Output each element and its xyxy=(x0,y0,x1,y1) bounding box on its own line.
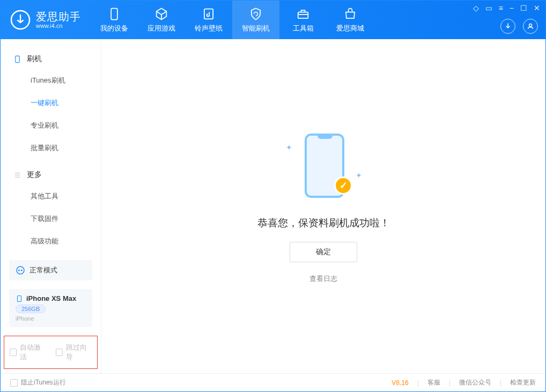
feedback-icon[interactable]: ◇ xyxy=(473,4,479,12)
svg-rect-5 xyxy=(16,56,20,62)
minimize-button[interactable]: − xyxy=(510,4,514,12)
sidebar-item-batch-flash[interactable]: 批量刷机 xyxy=(1,137,101,159)
maximize-button[interactable]: ☐ xyxy=(520,4,527,12)
auto-activate-checkbox[interactable]: 自动激活 xyxy=(10,343,46,362)
support-link[interactable]: 客服 xyxy=(427,378,440,387)
device-info-chip[interactable]: iPhone XS Max 256GB iPhone xyxy=(9,289,92,327)
tab-store[interactable]: 爱思商城 xyxy=(327,1,374,39)
cube-icon xyxy=(154,6,169,21)
download-manager-button[interactable] xyxy=(500,19,515,34)
checkmark-badge-icon: ✓ xyxy=(334,176,352,195)
nav-tabs: 我的设备 应用游戏 铃声壁纸 智能刷机 工具箱 爱思商城 xyxy=(91,1,374,39)
list-icon xyxy=(13,171,21,179)
app-logo-icon xyxy=(10,10,31,30)
main-panel: ✦ ✓ ✦ 恭喜您，保资料刷机成功啦！ 确定 查看日志 xyxy=(101,39,545,373)
device-type-label: iPhone xyxy=(16,315,86,322)
shop-icon xyxy=(343,6,358,21)
user-account-button[interactable] xyxy=(523,19,538,34)
sidebar-item-itunes-flash[interactable]: iTunes刷机 xyxy=(1,69,101,92)
tab-smart-flash[interactable]: 智能刷机 xyxy=(232,1,279,39)
svg-rect-3 xyxy=(298,12,308,19)
sidebar: 刷机 iTunes刷机 一键刷机 专业刷机 批量刷机 更多 其他工具 下载固件 … xyxy=(1,39,101,373)
skip-guide-checkbox[interactable]: 跳过向导 xyxy=(56,343,92,362)
tab-toolbox[interactable]: 工具箱 xyxy=(279,1,327,39)
window-controls: ◇ ▭ ≡ − ☐ ✕ xyxy=(473,4,540,12)
status-bar: 阻止iTunes运行 V8.16 | 客服 | 微信公众号 | 检查更新 xyxy=(1,373,545,391)
block-itunes-checkbox[interactable]: 阻止iTunes运行 xyxy=(10,378,66,387)
sidebar-item-advanced[interactable]: 高级功能 xyxy=(1,230,101,253)
options-row: 自动激活 跳过向导 xyxy=(4,336,98,369)
ok-button[interactable]: 确定 xyxy=(290,242,357,262)
svg-point-7 xyxy=(18,270,20,271)
music-note-icon xyxy=(201,6,216,21)
checkbox-icon xyxy=(10,379,18,387)
svg-point-6 xyxy=(17,267,24,274)
normal-mode-icon xyxy=(16,265,25,275)
sidebar-item-firmware[interactable]: 下载固件 xyxy=(1,208,101,230)
sidebar-item-other-tools[interactable]: 其他工具 xyxy=(1,185,101,208)
sidebar-section-flash: 刷机 xyxy=(1,49,101,69)
app-name: 爱思助手 xyxy=(36,11,81,23)
sparkle-icon: ✦ xyxy=(286,143,292,152)
svg-point-8 xyxy=(21,270,23,271)
device-capacity-badge: 256GB xyxy=(16,305,46,313)
svg-rect-9 xyxy=(18,295,21,301)
menu-icon[interactable]: ≡ xyxy=(499,4,503,12)
sidebar-item-pro-flash[interactable]: 专业刷机 xyxy=(1,114,101,137)
tab-ringtones[interactable]: 铃声壁纸 xyxy=(185,1,232,39)
device-small-icon xyxy=(13,55,21,63)
sparkle-icon: ✦ xyxy=(356,171,362,180)
tab-apps-games[interactable]: 应用游戏 xyxy=(138,1,185,39)
success-message: 恭喜您，保资料刷机成功啦！ xyxy=(257,216,390,230)
view-log-link[interactable]: 查看日志 xyxy=(309,274,337,284)
close-button[interactable]: ✕ xyxy=(534,4,540,12)
logo: 爱思助手 www.i4.cn xyxy=(1,1,91,39)
toolbox-icon xyxy=(296,6,311,21)
checkbox-icon xyxy=(10,349,17,356)
app-domain: www.i4.cn xyxy=(36,23,81,29)
success-illustration: ✦ ✓ ✦ xyxy=(275,129,372,204)
device-icon xyxy=(107,6,122,21)
shield-refresh-icon xyxy=(248,6,263,21)
device-tiny-icon xyxy=(16,295,23,302)
wechat-link[interactable]: 微信公众号 xyxy=(459,378,491,387)
sidebar-item-oneclick-flash[interactable]: 一键刷机 xyxy=(1,92,101,114)
checkbox-icon xyxy=(56,349,63,356)
version-label: V8.16 xyxy=(392,379,408,387)
sidebar-section-more: 更多 xyxy=(1,165,101,185)
device-name-label: iPhone XS Max xyxy=(26,294,76,302)
check-update-link[interactable]: 检查更新 xyxy=(510,378,536,387)
svg-rect-1 xyxy=(111,9,117,20)
device-mode-chip[interactable]: 正常模式 xyxy=(9,260,92,280)
header-action-icons xyxy=(500,19,538,34)
title-bar: 爱思助手 www.i4.cn 我的设备 应用游戏 铃声壁纸 智能刷机 工具箱 爱… xyxy=(1,1,545,39)
tab-my-device[interactable]: 我的设备 xyxy=(91,1,138,39)
skin-icon[interactable]: ▭ xyxy=(485,4,492,12)
svg-rect-2 xyxy=(204,9,213,19)
svg-point-4 xyxy=(529,24,532,27)
